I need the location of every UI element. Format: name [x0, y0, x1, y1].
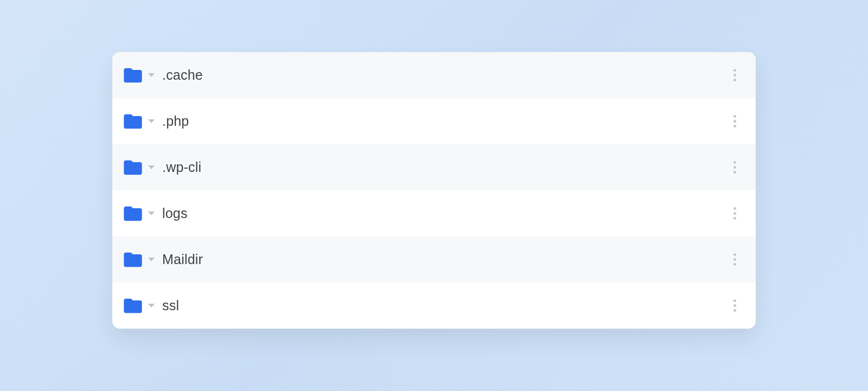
- folder-icon: [122, 295, 144, 317]
- file-name-label: ssl: [162, 298, 729, 313]
- more-options-button[interactable]: [729, 295, 741, 316]
- more-options-button[interactable]: [729, 249, 741, 270]
- chevron-down-icon[interactable]: [148, 165, 155, 169]
- chevron-down-icon[interactable]: [148, 304, 155, 307]
- chevron-down-icon[interactable]: [148, 258, 155, 261]
- file-list-panel: .cache .php .wp-cli logs Maildir ssl: [112, 52, 756, 329]
- file-row[interactable]: ssl: [112, 283, 756, 329]
- file-name-label: .cache: [162, 67, 729, 83]
- more-options-button[interactable]: [729, 111, 741, 132]
- file-name-label: .php: [162, 113, 729, 129]
- file-row[interactable]: logs: [112, 190, 756, 236]
- file-name-label: logs: [162, 206, 729, 221]
- folder-icon: [122, 157, 144, 178]
- more-options-button[interactable]: [729, 157, 741, 178]
- more-options-button[interactable]: [729, 65, 741, 86]
- folder-icon: [122, 65, 144, 86]
- file-name-label: .wp-cli: [162, 159, 729, 175]
- folder-icon: [122, 249, 144, 271]
- chevron-down-icon[interactable]: [148, 119, 155, 123]
- chevron-down-icon[interactable]: [148, 211, 155, 215]
- file-row[interactable]: .cache: [112, 52, 756, 98]
- file-row[interactable]: .wp-cli: [112, 144, 756, 190]
- chevron-down-icon[interactable]: [148, 73, 155, 77]
- file-name-label: Maildir: [162, 252, 729, 267]
- file-row[interactable]: .php: [112, 98, 756, 144]
- folder-icon: [122, 203, 144, 225]
- file-row[interactable]: Maildir: [112, 236, 756, 283]
- folder-icon: [122, 111, 144, 132]
- more-options-button[interactable]: [729, 203, 741, 224]
